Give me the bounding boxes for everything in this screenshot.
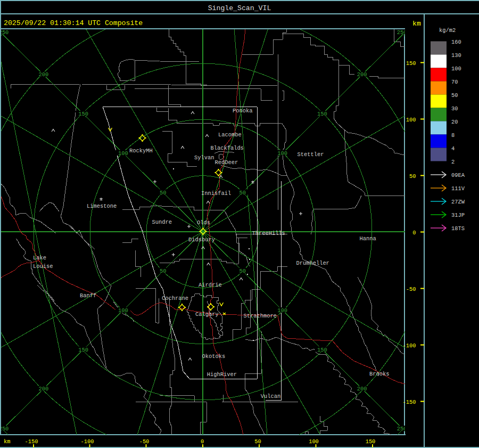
svg-text:km: km xyxy=(412,20,421,28)
svg-text:150: 150 xyxy=(366,438,376,445)
svg-text:100: 100 xyxy=(118,307,128,314)
svg-text:20: 20 xyxy=(451,119,458,125)
svg-text:-100: -100 xyxy=(81,438,94,445)
svg-text:250: 250 xyxy=(0,426,9,432)
svg-text:160: 160 xyxy=(451,39,461,45)
svg-text:-100: -100 xyxy=(403,343,416,349)
svg-text:70: 70 xyxy=(451,79,458,85)
svg-text:100: 100 xyxy=(451,66,461,72)
svg-text:2025/09/22 01:30:14 UTC Compos: 2025/09/22 01:30:14 UTC Composite xyxy=(4,19,143,27)
svg-text:50: 50 xyxy=(254,438,261,445)
svg-text:30: 30 xyxy=(451,105,458,112)
svg-text:Ponoka: Ponoka xyxy=(233,108,252,114)
svg-text:100: 100 xyxy=(277,150,287,157)
svg-text:RockyMH: RockyMH xyxy=(129,148,153,154)
svg-text:HighRiver: HighRiver xyxy=(207,371,237,378)
svg-text:Blackfalds: Blackfalds xyxy=(211,145,244,151)
svg-text:50: 50 xyxy=(160,268,166,274)
svg-text:Brooks: Brooks xyxy=(369,371,389,377)
svg-text:-150: -150 xyxy=(403,399,416,405)
svg-text:Airdrie: Airdrie xyxy=(199,282,222,288)
svg-text:150: 150 xyxy=(78,347,88,353)
svg-text:Cochrane: Cochrane xyxy=(162,295,188,302)
svg-text:Vulcan: Vulcan xyxy=(261,393,280,400)
svg-text:Calgary: Calgary xyxy=(195,311,219,317)
svg-text:Didsbury: Didsbury xyxy=(188,237,215,243)
svg-text:2: 2 xyxy=(451,159,455,165)
svg-text:RedDeer: RedDeer xyxy=(215,159,238,166)
svg-text:200: 200 xyxy=(357,386,367,392)
svg-text:150: 150 xyxy=(317,111,327,117)
svg-text:Limestone: Limestone xyxy=(87,203,117,209)
svg-text:50: 50 xyxy=(409,173,416,180)
svg-text:Lacombe: Lacombe xyxy=(218,132,242,138)
svg-text:-50: -50 xyxy=(406,286,416,292)
svg-text:Hanna: Hanna xyxy=(360,235,376,242)
svg-text:200: 200 xyxy=(38,386,48,392)
svg-text:130: 130 xyxy=(451,52,461,59)
svg-text:31JP: 31JP xyxy=(451,212,465,218)
svg-text:100: 100 xyxy=(309,438,319,445)
svg-text:Olds: Olds xyxy=(197,219,210,226)
svg-text:Drumheller: Drumheller xyxy=(296,260,329,266)
svg-text:Okotoks: Okotoks xyxy=(202,353,226,360)
svg-text:ThreeHills: ThreeHills xyxy=(252,230,285,237)
svg-text:Banff: Banff xyxy=(80,292,96,299)
svg-text:100: 100 xyxy=(277,307,287,314)
svg-text:kg/m2: kg/m2 xyxy=(439,27,456,34)
svg-text:50: 50 xyxy=(240,268,246,274)
svg-text:50: 50 xyxy=(240,190,246,196)
svg-text:4: 4 xyxy=(451,145,455,152)
svg-text:-150: -150 xyxy=(25,438,38,445)
svg-text:250: 250 xyxy=(0,29,9,36)
svg-text:Single_Scan_VIL: Single_Scan_VIL xyxy=(208,4,271,12)
svg-text:18TS: 18TS xyxy=(451,225,465,232)
svg-text:0: 0 xyxy=(412,230,416,236)
svg-text:Lake: Lake xyxy=(33,255,46,261)
svg-text:09EA: 09EA xyxy=(451,172,465,178)
svg-text:8: 8 xyxy=(451,132,455,139)
svg-text:27ZW: 27ZW xyxy=(451,199,465,205)
svg-text:111V: 111V xyxy=(451,185,465,192)
svg-text:-50: -50 xyxy=(139,438,150,445)
svg-text:Sylvan: Sylvan xyxy=(194,154,214,161)
svg-text:200: 200 xyxy=(38,71,48,78)
svg-text:50: 50 xyxy=(451,92,458,99)
svg-text:Louise: Louise xyxy=(33,263,53,270)
svg-text:0: 0 xyxy=(201,438,204,445)
svg-text:150: 150 xyxy=(406,60,416,67)
svg-text:Innisfail: Innisfail xyxy=(201,190,231,197)
svg-text:150: 150 xyxy=(317,347,327,353)
svg-text:Sundre: Sundre xyxy=(152,219,172,225)
svg-text:50: 50 xyxy=(160,190,166,196)
svg-text:100: 100 xyxy=(406,117,416,123)
svg-text:150: 150 xyxy=(78,111,88,117)
svg-text:km: km xyxy=(4,438,10,445)
svg-text:200: 200 xyxy=(357,71,367,78)
svg-text:Strathmore: Strathmore xyxy=(244,313,277,319)
svg-text:100: 100 xyxy=(118,150,128,157)
svg-text:Stettler: Stettler xyxy=(298,151,324,158)
